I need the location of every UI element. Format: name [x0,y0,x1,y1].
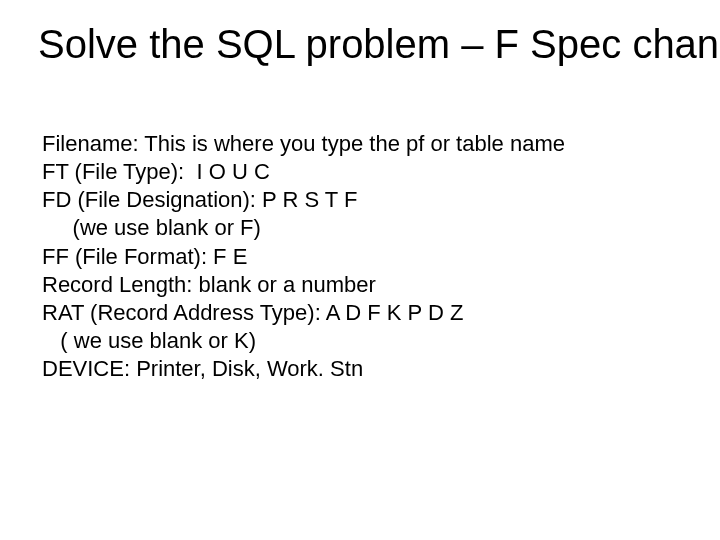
body-line: RAT (Record Address Type): A D F K P D Z [42,299,662,327]
slide-body: Filename: This is where you type the pf … [42,130,662,383]
body-line: ( we use blank or K) [42,327,662,355]
body-line: FD (File Designation): P R S T F [42,186,662,214]
body-line: FF (File Format): F E [42,243,662,271]
body-line: FT (File Type): I O U C [42,158,662,186]
body-line: (we use blank or F) [42,214,662,242]
body-line: DEVICE: Printer, Disk, Work. Stn [42,355,662,383]
body-line: Filename: This is where you type the pf … [42,130,662,158]
body-line: Record Length: blank or a number [42,271,662,299]
slide: Solve the SQL problem – F Spec change Fi… [0,0,720,540]
slide-title: Solve the SQL problem – F Spec change [38,22,720,66]
